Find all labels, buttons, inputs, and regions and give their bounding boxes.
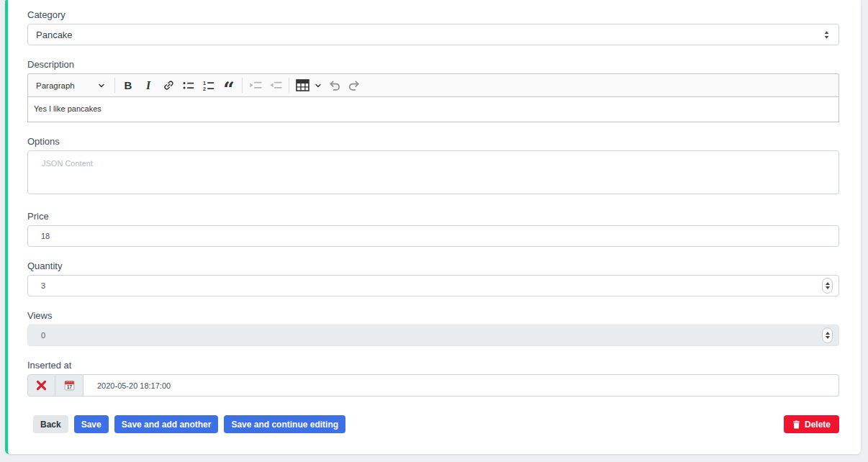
category-label: Category xyxy=(27,9,839,20)
bulleted-list-button[interactable] xyxy=(178,76,199,95)
indent-button[interactable] xyxy=(245,76,266,95)
price-input[interactable] xyxy=(27,225,839,247)
stepper-down-icon xyxy=(826,336,830,339)
outdent-icon xyxy=(269,78,283,92)
views-input xyxy=(27,325,839,346)
price-label: Price xyxy=(27,211,839,222)
outdent-button[interactable] xyxy=(266,76,286,95)
block-quote-button[interactable]: “ xyxy=(219,76,239,95)
bold-button[interactable]: B xyxy=(118,76,138,95)
block-quote-icon: “ xyxy=(223,81,235,91)
views-stepper xyxy=(822,327,833,343)
field-description: Description Paragraph B I xyxy=(27,59,839,122)
table-dropdown-chevron[interactable] xyxy=(312,76,324,95)
link-button[interactable] xyxy=(158,76,178,95)
red-x-icon xyxy=(35,379,48,391)
trash-icon xyxy=(792,420,800,429)
form-card: Category Pancake Description Paragraph xyxy=(5,0,861,454)
paragraph-style-label: Paragraph xyxy=(36,81,75,90)
undo-icon xyxy=(327,80,341,91)
clear-date-button[interactable] xyxy=(27,374,55,397)
delete-button-label: Delete xyxy=(805,420,831,429)
svg-text:17: 17 xyxy=(67,384,72,389)
field-price: Price xyxy=(27,211,839,247)
stepper-up-icon xyxy=(826,332,830,335)
calendar-picker-button[interactable]: 17 xyxy=(55,374,83,397)
redo-button[interactable] xyxy=(344,76,364,95)
field-views: Views xyxy=(27,310,839,346)
options-textarea[interactable] xyxy=(27,150,839,194)
undo-button[interactable] xyxy=(324,76,344,95)
field-options: Options xyxy=(27,136,839,197)
save-and-continue-editing-button[interactable]: Save and continue editing xyxy=(224,415,345,433)
numbered-list-icon: 1 2 xyxy=(202,79,215,92)
quantity-input[interactable] xyxy=(27,275,839,296)
numbered-list-button[interactable]: 1 2 xyxy=(199,76,219,95)
insert-table-button[interactable] xyxy=(292,76,312,95)
form-actions: Back Save Save and add another Save and … xyxy=(33,415,839,433)
toolbar-separator xyxy=(114,78,115,93)
views-label: Views xyxy=(27,310,839,321)
chevron-down-icon xyxy=(315,82,322,89)
category-selected-value: Pancake xyxy=(36,30,73,40)
delete-button[interactable]: Delete xyxy=(784,415,839,433)
calendar-icon: 17 xyxy=(63,379,76,391)
datetime-picker-group: 17 xyxy=(27,374,839,397)
toolbar-separator xyxy=(289,78,289,93)
inserted-at-label: Inserted at xyxy=(27,360,839,371)
field-inserted-at: Inserted at 17 xyxy=(27,360,839,397)
stepper-down-icon xyxy=(826,286,830,289)
italic-icon: I xyxy=(146,79,150,92)
toolbar-separator xyxy=(242,78,243,93)
editor-toolbar: Paragraph B I xyxy=(27,73,839,97)
inserted-at-input[interactable] xyxy=(83,374,839,397)
select-updown-arrow-icon xyxy=(823,30,830,40)
svg-text:2: 2 xyxy=(203,85,206,91)
stepper-up-icon xyxy=(826,282,830,285)
indent-icon xyxy=(249,78,263,92)
quantity-stepper[interactable] xyxy=(822,278,833,294)
options-label: Options xyxy=(27,136,839,147)
back-button[interactable]: Back xyxy=(33,415,68,433)
bulleted-list-icon xyxy=(182,79,195,92)
save-button[interactable]: Save xyxy=(74,415,109,433)
italic-button[interactable]: I xyxy=(138,76,158,95)
redo-icon xyxy=(348,80,361,91)
save-and-add-another-button[interactable]: Save and add another xyxy=(114,415,219,433)
bold-icon: B xyxy=(125,79,132,91)
field-quantity: Quantity xyxy=(27,261,839,296)
field-category: Category Pancake xyxy=(27,9,839,45)
paragraph-style-dropdown[interactable]: Paragraph xyxy=(30,76,112,95)
editor-content[interactable]: Yes I like pancakes xyxy=(27,97,839,122)
insert-table-icon xyxy=(296,79,309,91)
description-label: Description xyxy=(27,59,839,70)
link-icon xyxy=(163,79,175,91)
chevron-down-icon xyxy=(98,82,105,89)
category-select[interactable]: Pancake xyxy=(27,24,839,45)
quantity-label: Quantity xyxy=(27,261,839,271)
